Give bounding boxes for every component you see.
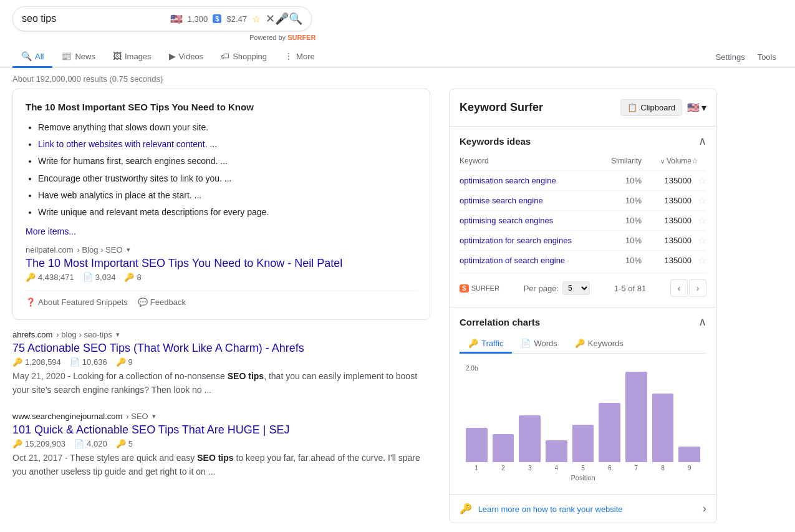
featured-snippet-link[interactable]: The 10 Most Important SEO Tips You Need … [26, 257, 417, 270]
next-page-button[interactable]: › [689, 279, 706, 297]
feedback-btn[interactable]: 💬 Feedback [138, 297, 186, 307]
stat-pages-2: 📄 4,020 [74, 439, 107, 448]
chart-tab-keywords[interactable]: 🔑 Keywords [566, 335, 632, 354]
snippet-title: The 10 Most Important SEO Tips You Need … [26, 102, 417, 112]
keywords-section-header[interactable]: Keywords ideas ∧ [460, 134, 706, 148]
tab-more-label: More [296, 52, 315, 61]
chart-tabs: 🔑 Traffic 📄 Words 🔑 Keywords [460, 335, 706, 354]
shopping-icon: 🏷 [221, 51, 229, 61]
snippet-footer: ❓ About Featured Snippets 💬 Feedback [26, 291, 417, 307]
featured-snippet: The 10 Most Important SEO Tips You Need … [12, 89, 430, 320]
clipboard-button[interactable]: 📋 Clipboard [620, 99, 682, 116]
tab-news[interactable]: 📰 News [52, 46, 104, 68]
tools-link[interactable]: Tools [751, 47, 783, 67]
bar-wrapper: 3 [519, 415, 541, 472]
bar-wrapper: 9 [678, 447, 700, 472]
source-dropdown-arrow[interactable]: ▾ [127, 246, 130, 254]
kw-star[interactable]: ☆ [691, 235, 706, 246]
result-link-2[interactable]: 101 Quick & Actionable SEO Tips That Are… [12, 423, 430, 437]
surfer-logo-badge: S [460, 284, 469, 293]
kw-similarity: 10% [592, 236, 642, 245]
nav-tabs: 🔍 All 📰 News 🖼 Images ▶ Videos 🏷 Shoppin… [0, 41, 795, 68]
more-items-link[interactable]: More items... [26, 226, 417, 236]
bar-label: 3 [528, 465, 532, 472]
kw-volume: 135000 [642, 256, 691, 265]
search-count: 1,300 [188, 14, 208, 24]
tab-images-label: Images [125, 52, 152, 61]
kw-star[interactable]: ☆ [691, 215, 706, 226]
kw-name[interactable]: optimization for search engines [460, 236, 592, 245]
tab-all-label: All [35, 52, 44, 61]
chart-tab-traffic[interactable]: 🔑 Traffic [460, 335, 512, 354]
about-snippet-btn[interactable]: ❓ About Featured Snippets [26, 297, 128, 307]
bar-wrapper: 8 [652, 394, 674, 472]
settings-link[interactable]: Settings [710, 47, 751, 67]
kw-star[interactable]: ☆ [691, 195, 706, 206]
learn-more-bar[interactable]: 🔑 Learn more on how to rank your website… [450, 494, 716, 523]
tab-images[interactable]: 🖼 Images [104, 46, 160, 68]
result-description-2: Oct 21, 2017 - These styles are quick an… [12, 451, 430, 478]
tab-news-label: News [75, 52, 95, 61]
keyword-icon: 🔑 [124, 273, 134, 282]
kw-name[interactable]: optimisation search engine [460, 176, 592, 185]
powered-by: Powered by SURFER [249, 34, 316, 41]
chevron-right-icon: › [703, 502, 706, 515]
search-result-2: www.searchenginejournal.com › SEO ▾ 101 … [12, 412, 430, 478]
kw-similarity: 10% [592, 256, 642, 265]
bar-wrapper: 6 [599, 403, 620, 472]
kw-name[interactable]: optimization of search engine [460, 256, 592, 265]
tab-shopping-label: Shopping [233, 52, 267, 61]
snippet-link[interactable]: Link to other websites with relevant con… [38, 139, 208, 149]
search-meta: 🇺🇸 1,300 $ $2.47 ☆ ✕ [170, 12, 275, 26]
flag-dropdown[interactable]: 🇺🇸 ▾ [687, 102, 706, 114]
star-icon[interactable]: ☆ [252, 13, 261, 25]
result-description-1: May 21, 2020 - Looking for a collection … [12, 369, 430, 397]
kw-name[interactable]: optimising search engines [460, 216, 592, 225]
search-icon-btn[interactable]: 🔍 [289, 12, 302, 26]
per-page-control: Per page: 5 10 25 [524, 281, 590, 295]
tab-videos[interactable]: ▶ Videos [160, 46, 213, 68]
kw-name[interactable]: optimise search engine [460, 196, 592, 205]
stat-keywords: 🔑 8 [124, 273, 141, 282]
sort-arrow[interactable]: ∨ [660, 158, 665, 165]
list-item: Encourage other trustworthy sites to lin… [38, 171, 417, 186]
close-icon[interactable]: ✕ [266, 12, 275, 26]
search-input[interactable] [22, 13, 164, 24]
kw-star[interactable]: ☆ [691, 175, 706, 186]
prev-page-button[interactable]: ‹ [670, 279, 688, 297]
tab-more[interactable]: ⋮ More [276, 46, 324, 68]
list-item: Write unique and relevant meta descripti… [38, 205, 417, 220]
tab-all[interactable]: 🔍 All [12, 46, 52, 68]
result-path-1: › blog › seo-tips [56, 330, 112, 339]
charts-collapse-icon: ∧ [698, 315, 706, 329]
stat-pages: 📄 3,034 [83, 273, 116, 282]
tab-shopping[interactable]: 🏷 Shopping [212, 46, 276, 68]
usd-value: $2.47 [226, 14, 247, 24]
stat-keywords-1: 🔑 9 [116, 357, 133, 367]
per-page-select[interactable]: 5 10 25 [562, 281, 590, 295]
learn-more-icon: 🔑 [460, 503, 472, 514]
keyword-icon-1: 🔑 [116, 357, 126, 367]
search-bar-area: 🇺🇸 1,300 $ $2.47 ☆ ✕ 🎤 🔍 Powered by SURF… [0, 0, 795, 41]
mic-icon[interactable]: 🎤 [275, 12, 289, 26]
page-icon: 📄 [83, 273, 93, 282]
col-similarity: Similarity [592, 157, 642, 165]
charts-section-header[interactable]: Correlation charts ∧ [460, 315, 706, 329]
kw-volume: 135000 [642, 216, 691, 225]
bar-chart: 123456789 [460, 372, 706, 472]
bar-wrapper: 5 [572, 425, 594, 472]
result-dropdown-1[interactable]: ▾ [116, 331, 120, 339]
search-result-1: ahrefs.com › blog › seo-tips ▾ 75 Action… [12, 330, 430, 397]
stat-pages-1: 📄 10,636 [70, 357, 107, 367]
stat-traffic: 🔑 4,438,471 [26, 273, 74, 282]
kw-star[interactable]: ☆ [691, 254, 706, 266]
chart-tab-words[interactable]: 📄 Words [512, 335, 566, 354]
bar-wrapper: 4 [546, 440, 567, 472]
result-dropdown-2[interactable]: ▾ [152, 412, 156, 420]
keyword-icon-2: 🔑 [116, 439, 126, 448]
search-box[interactable]: 🇺🇸 1,300 $ $2.47 ☆ ✕ 🎤 🔍 [12, 6, 312, 31]
result-link-1[interactable]: 75 Actionable SEO Tips (That Work Like A… [12, 342, 430, 355]
page-nav: ‹ › [670, 279, 706, 297]
result-domain-1: ahrefs.com [12, 330, 52, 339]
kw-similarity: 10% [592, 176, 642, 185]
